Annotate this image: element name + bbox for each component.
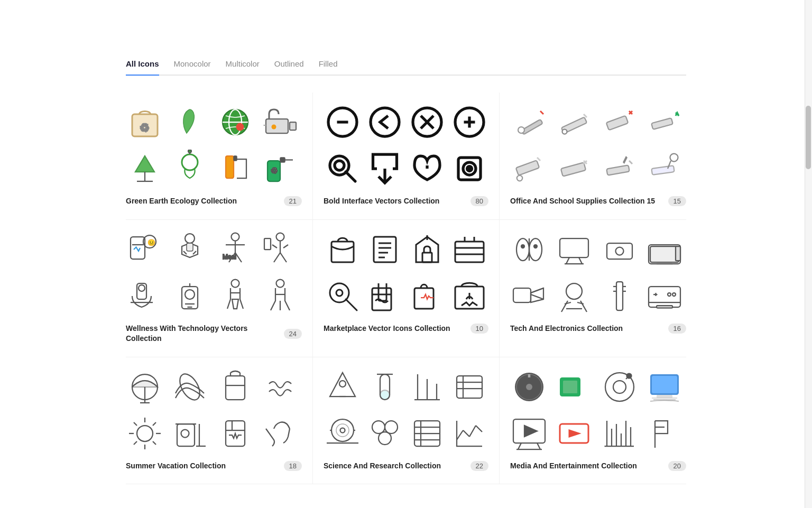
scrollbar[interactable] [805, 0, 812, 505]
page-subtitle [126, 27, 686, 40]
svg-rect-6 [266, 119, 288, 133]
collection-card-green-earth[interactable]: ♻ [126, 93, 312, 220]
tab-multi[interactable]: Multicolor [226, 55, 260, 76]
collection-icon [555, 368, 593, 406]
svg-rect-120 [650, 246, 679, 262]
svg-rect-143 [226, 376, 245, 400]
collection-name: Media And Entertainment Collection [510, 461, 637, 472]
tab-filled[interactable]: Filled [319, 55, 338, 76]
collection-icon [601, 103, 639, 141]
collection-icon [324, 103, 362, 141]
svg-point-79 [139, 285, 145, 291]
svg-line-75 [274, 253, 280, 262]
svg-point-177 [336, 424, 349, 437]
collection-icon [645, 368, 684, 406]
svg-rect-129 [616, 282, 623, 310]
svg-rect-206 [657, 395, 672, 398]
svg-point-196 [526, 384, 532, 390]
collection-icon [645, 150, 684, 188]
tab-outlined[interactable]: Outlined [274, 55, 304, 76]
collection-name: Bold Interface Vectors Collection [324, 196, 439, 207]
collection-card-bold-interface[interactable]: Bold Interface Vectors Collection80 [312, 93, 500, 220]
collection-icon [450, 103, 488, 141]
svg-line-190 [463, 430, 469, 437]
tab-all[interactable]: All Icons [126, 55, 159, 76]
svg-text:♻: ♻ [140, 122, 150, 134]
tabs-bar: All IconsMonocolorMulticolorOutlinedFill… [126, 55, 686, 76]
svg-line-102 [346, 299, 357, 310]
svg-marker-212 [524, 426, 537, 437]
svg-line-114 [566, 257, 569, 264]
svg-line-153 [134, 441, 137, 445]
svg-rect-123 [513, 288, 531, 302]
collection-count: 10 [470, 324, 488, 334]
svg-rect-199 [563, 381, 577, 393]
collection-icon [324, 277, 362, 315]
collection-card-marketplace[interactable]: Marketplace Vector Icons Collection10 [312, 220, 500, 357]
collection-icon [216, 368, 254, 406]
svg-line-125 [531, 294, 543, 299]
svg-rect-154 [177, 424, 195, 446]
collection-icon [555, 103, 593, 141]
svg-line-152 [153, 422, 156, 426]
svg-marker-214 [569, 430, 579, 437]
svg-line-210 [537, 443, 540, 449]
svg-point-50 [517, 176, 523, 181]
collection-icon [216, 277, 254, 315]
svg-point-82 [185, 290, 195, 299]
collection-icon: Meal [216, 230, 254, 269]
collection-card-media[interactable]: Media And Entertainment Collection20 [500, 357, 686, 485]
tab-mono[interactable]: Monocolor [174, 55, 211, 76]
svg-rect-122 [676, 246, 680, 261]
svg-point-118 [615, 247, 623, 255]
collection-icon [601, 150, 639, 188]
svg-rect-59 [131, 237, 145, 259]
svg-rect-90 [331, 242, 354, 262]
collection-card-summer[interactable]: Summer Vacation Collection18 [126, 357, 312, 485]
collection-icon [408, 368, 446, 406]
collection-icon [510, 103, 548, 141]
collection-icon [324, 230, 362, 269]
svg-text:♻: ♻ [271, 166, 278, 175]
collection-icon [366, 368, 404, 406]
svg-rect-52 [561, 162, 586, 176]
svg-rect-77 [264, 238, 271, 250]
collection-icon [408, 414, 446, 452]
collection-count: 80 [470, 196, 488, 206]
svg-point-86 [231, 279, 239, 287]
svg-point-176 [331, 419, 354, 441]
svg-line-115 [579, 257, 582, 264]
svg-point-109 [529, 238, 542, 261]
svg-line-65 [193, 251, 196, 254]
collection-count: 21 [284, 196, 302, 206]
svg-marker-9 [135, 156, 154, 172]
page-wrapper: All IconsMonocolorMulticolorOutlinedFill… [41, 0, 771, 505]
svg-rect-205 [652, 376, 677, 393]
svg-point-178 [340, 428, 345, 432]
collection-count: 24 [284, 329, 302, 339]
svg-line-32 [346, 172, 355, 181]
svg-point-167 [380, 390, 390, 400]
svg-line-150 [134, 422, 137, 426]
collection-count: 20 [668, 461, 686, 471]
collection-card-office-school[interactable]: Office And School Supplies Collection 15… [500, 93, 686, 220]
collection-icon [171, 103, 209, 141]
svg-point-73 [276, 233, 284, 241]
collection-card-science[interactable]: Science And Research Collection22 [312, 357, 500, 485]
svg-point-145 [137, 426, 153, 441]
collection-icon [510, 230, 548, 269]
collection-card-wellness-tech[interactable]: 😐 Meal [126, 220, 312, 357]
collection-icon [261, 368, 299, 406]
svg-rect-55 [606, 165, 629, 175]
collection-icon [171, 414, 209, 452]
svg-rect-19 [280, 158, 285, 162]
svg-point-111 [521, 245, 524, 248]
collection-name: Wellness With Technology Vectors Collect… [126, 324, 274, 344]
svg-line-40 [540, 111, 543, 114]
svg-rect-49 [516, 160, 540, 175]
collection-icon [171, 230, 209, 269]
collection-icon [216, 414, 254, 452]
collection-icon [555, 414, 593, 452]
scrollbar-thumb[interactable] [806, 106, 811, 169]
collection-card-tech-electronics[interactable]: Tech And Electronics Collection16 [500, 220, 686, 357]
